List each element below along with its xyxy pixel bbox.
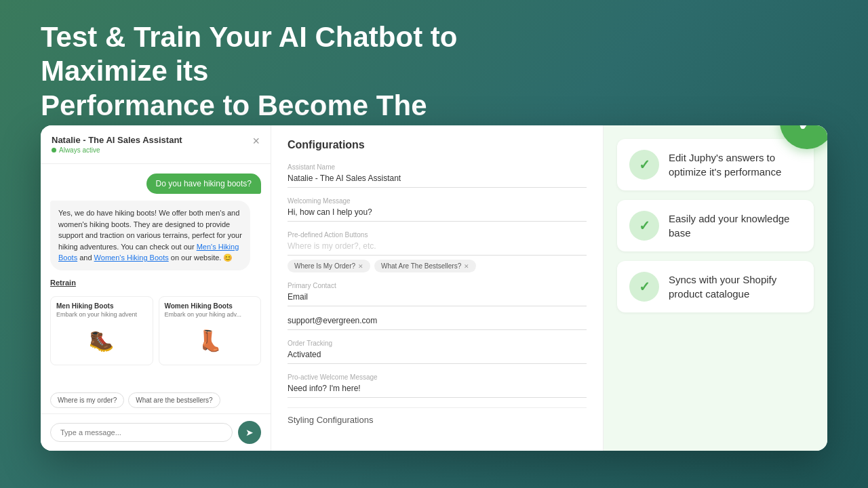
config-field-proactive: Pro-active Welcome Message Need info? I'…: [288, 373, 587, 398]
user-message-bubble: Do you have hiking boots?: [146, 174, 261, 194]
config-value-contact[interactable]: Email: [288, 292, 587, 306]
tag-bestsellers-remove[interactable]: ✕: [464, 263, 469, 270]
chat-header: Natalie - The AI Sales Assistant Always …: [41, 125, 271, 164]
config-field-contact: Primary Contact Email: [288, 282, 587, 306]
feature-check-knowledge: ✓: [629, 211, 659, 241]
quick-reply-order[interactable]: Where is my order?: [50, 392, 124, 408]
product-desc-men: Embark on your hiking advent: [56, 311, 147, 318]
config-field-email: support@evergreen.com: [288, 316, 587, 330]
women-boots-link[interactable]: Women's Hiking Boots: [94, 253, 169, 262]
status-indicator: [52, 148, 56, 152]
config-title: Configurations: [288, 139, 587, 151]
quick-reply-bestsellers[interactable]: What are the bestsellers?: [128, 392, 220, 408]
feature-check-sync: ✓: [629, 272, 659, 302]
close-button[interactable]: ×: [252, 135, 260, 147]
checkmark-icon-knowledge: ✓: [639, 218, 650, 234]
product-card-men: Men Hiking Boots Embark on your hiking a…: [50, 296, 153, 365]
bot-response-2: and: [77, 253, 94, 262]
config-placeholder-buttons[interactable]: Where is my order?, etc.: [288, 241, 587, 256]
feature-text-edit: Edit Juphy's answers to optimize it's pe…: [669, 150, 802, 179]
config-label-tracking: Order Tracking: [288, 340, 587, 347]
tag-bestsellers-label: What Are The Bestsellers?: [381, 262, 461, 270]
main-card: Natalie - The AI Sales Assistant Always …: [41, 125, 827, 451]
tag-order-label: Where Is My Order?: [294, 262, 355, 270]
tag-order-remove[interactable]: ✕: [358, 263, 363, 270]
config-value-welcome[interactable]: Hi, how can I help you?: [288, 207, 587, 222]
feature-item-edit: ✓ Edit Juphy's answers to optimize it's …: [617, 139, 814, 190]
product-cards: Men Hiking Boots Embark on your hiking a…: [50, 296, 261, 365]
status-row: Always active: [52, 146, 182, 154]
feature-panel: ✓ ✓ Edit Juphy's answers to optimize it'…: [604, 125, 827, 451]
checkmark-icon-sync: ✓: [639, 279, 650, 295]
quick-replies: Where is my order? What are the bestsell…: [41, 387, 271, 413]
product-desc-women: Embark on your hiking adv...: [165, 311, 256, 318]
send-icon: ➤: [245, 427, 254, 438]
boot-image-women: 👢: [165, 322, 256, 359]
chat-body: Do you have hiking boots? Yes, we do hav…: [41, 164, 271, 387]
config-field-welcome: Welcoming Message Hi, how can I help you…: [288, 197, 587, 222]
product-title-men: Men Hiking Boots: [56, 302, 147, 310]
product-title-women: Women Hiking Boots: [165, 302, 256, 310]
config-value-name[interactable]: Natalie - The AI Sales Assistant: [288, 174, 587, 188]
feature-text-sync: Syncs with your Shopify product catalogu…: [669, 272, 802, 301]
chat-panel: Natalie - The AI Sales Assistant Always …: [41, 125, 271, 451]
boot-image-men: 🥾: [56, 322, 147, 359]
bot-response-3: on our website. 😊: [169, 253, 233, 262]
config-label-welcome: Welcoming Message: [288, 197, 587, 205]
checkmark-icon-edit: ✓: [639, 157, 650, 173]
config-value-tracking[interactable]: Activated: [288, 350, 587, 364]
feature-item-knowledge: ✓ Easily add your knowledge base: [617, 200, 814, 251]
feature-item-sync: ✓ Syncs with your Shopify product catalo…: [617, 261, 814, 312]
retrain-link[interactable]: Retrain: [50, 279, 261, 287]
chat-header-info: Natalie - The AI Sales Assistant Always …: [52, 135, 182, 154]
config-tags: Where Is My Order? ✕ What Are The Bestse…: [288, 260, 587, 272]
config-panel: Configurations Assistant Name Natalie - …: [271, 125, 604, 451]
config-value-email[interactable]: support@evergreen.com: [288, 316, 587, 330]
config-value-proactive[interactable]: Need info? I'm here!: [288, 384, 587, 398]
product-card-women: Women Hiking Boots Embark on your hiking…: [159, 296, 262, 365]
config-field-name: Assistant Name Natalie - The AI Sales As…: [288, 163, 587, 188]
config-label-name: Assistant Name: [288, 163, 587, 171]
chat-input-area: ➤: [41, 413, 271, 451]
config-field-tracking: Order Tracking Activated: [288, 340, 587, 364]
feature-check-edit: ✓: [629, 150, 659, 180]
chat-input[interactable]: [50, 423, 233, 442]
tag-order[interactable]: Where Is My Order? ✕: [288, 260, 370, 272]
tag-bestsellers[interactable]: What Are The Bestsellers? ✕: [374, 260, 476, 272]
bot-message-bubble: Yes, we do have hiking boots! We offer b…: [50, 201, 250, 270]
config-label-contact: Primary Contact: [288, 282, 587, 289]
config-label-proactive: Pro-active Welcome Message: [288, 373, 587, 381]
feature-text-knowledge: Easily add your knowledge base: [669, 211, 802, 240]
config-field-buttons: Pre-defined Action Buttons Where is my o…: [288, 231, 587, 272]
send-button[interactable]: ➤: [238, 421, 261, 444]
styling-configs-link[interactable]: Styling Configurations: [288, 407, 587, 425]
assistant-name: Natalie - The AI Sales Assistant: [52, 135, 182, 145]
badge-check-icon: ✓: [795, 125, 818, 138]
status-text: Always active: [59, 146, 100, 154]
config-label-buttons: Pre-defined Action Buttons: [288, 231, 587, 239]
